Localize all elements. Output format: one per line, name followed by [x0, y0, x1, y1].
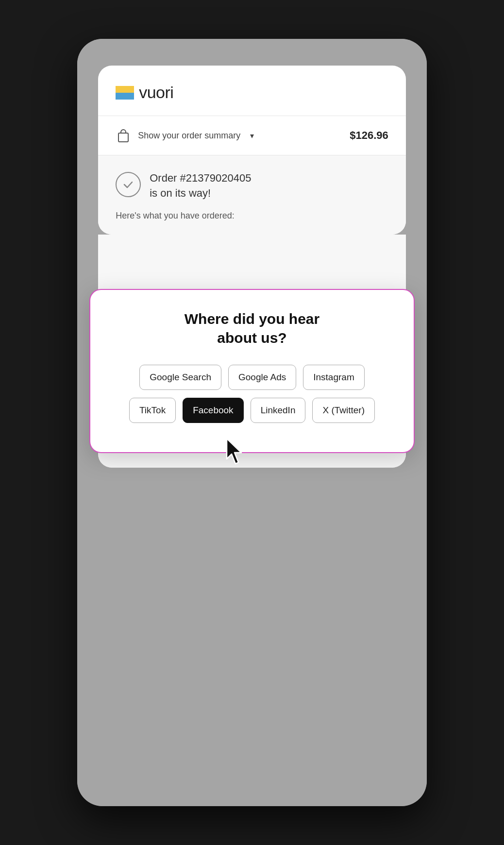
ordered-label: Here's what you have ordered: — [116, 211, 388, 221]
order-status-row: Order #21379020405 is on its way! — [116, 171, 388, 201]
order-status: is on its way! — [150, 186, 388, 201]
phone-frame: vuori Show your order summary ▾ $126.96 — [77, 39, 427, 806]
checkmark-icon — [121, 178, 135, 191]
survey-title: Where did you hearabout us? — [106, 309, 398, 347]
top-card: vuori Show your order summary ▾ $126.96 — [98, 66, 406, 235]
order-confirmation-section: Order #21379020405 is on its way! Here's… — [98, 155, 406, 235]
option-facebook[interactable]: Facebook — [183, 398, 243, 423]
survey-modal: Where did you hearabout us? Google Searc… — [89, 289, 415, 453]
order-summary-bar[interactable]: Show your order summary ▾ $126.96 — [98, 116, 406, 155]
cursor-icon — [223, 437, 247, 466]
logo-container: vuori — [116, 83, 388, 102]
summary-price: $126.96 — [350, 129, 388, 142]
option-google-ads[interactable]: Google Ads — [228, 365, 296, 390]
option-x-twitter[interactable]: X (Twitter) — [312, 398, 375, 423]
check-circle-icon — [116, 172, 141, 197]
option-linkedin[interactable]: LinkedIn — [251, 398, 306, 423]
option-tiktok[interactable]: TikTok — [129, 398, 176, 423]
summary-text: Show your order summary — [138, 131, 240, 141]
summary-chevron: ▾ — [250, 131, 254, 140]
card-wrapper: vuori Show your order summary ▾ $126.96 — [98, 66, 406, 468]
option-instagram[interactable]: Instagram — [303, 365, 364, 390]
logo-flag-top — [116, 86, 134, 93]
order-number: Order #21379020405 — [150, 171, 388, 186]
logo-flag-bottom — [116, 93, 134, 100]
summary-left: Show your order summary ▾ — [116, 128, 254, 143]
order-text: Order #21379020405 is on its way! — [150, 171, 388, 201]
survey-options-row-1: Google Search Google Ads Instagram — [106, 365, 398, 390]
option-google-search[interactable]: Google Search — [139, 365, 221, 390]
content-wrapper: vuori Show your order summary ▾ $126.96 — [77, 39, 427, 806]
bag-icon — [116, 128, 131, 143]
logo-flag-icon — [116, 86, 134, 100]
svg-rect-0 — [118, 133, 128, 142]
brand-name: vuori — [139, 83, 173, 102]
survey-options-row-2: TikTok Facebook LinkedIn X (Twitter) — [106, 398, 398, 423]
header-section: vuori — [98, 66, 406, 116]
